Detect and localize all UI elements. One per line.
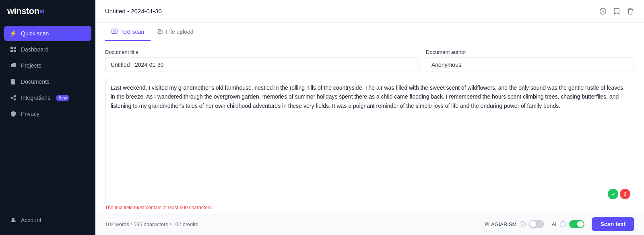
main-content: Untitled - 2024-01-30 Text scan File u [95, 0, 644, 235]
sidebar-item-label-projects: Projects [21, 62, 41, 69]
svg-rect-3 [14, 50, 16, 52]
tabs-bar: Text scan File upload [95, 23, 644, 41]
title-group: Document title [105, 49, 419, 72]
svg-point-4 [11, 97, 13, 99]
plagiarism-info-icon[interactable]: i [520, 221, 526, 227]
svg-rect-0 [10, 47, 13, 49]
projects-icon [10, 62, 17, 69]
svg-rect-1 [14, 47, 16, 49]
sidebar-item-integrations[interactable]: Integrations New [4, 90, 91, 105]
sidebar-item-label-quick-scan: Quick scan [21, 30, 49, 37]
sidebar-nav: ⚡ Quick scan Dashboard Projects Document… [0, 23, 95, 208]
author-group: Document author [426, 49, 634, 72]
svg-rect-2 [10, 50, 13, 52]
ai-label: AI [551, 221, 556, 227]
form-row: Document title Document author [105, 49, 634, 72]
topbar: Untitled - 2024-01-30 [95, 0, 644, 23]
sidebar-bottom: Account [0, 208, 95, 235]
sidebar-item-privacy[interactable]: Privacy [4, 106, 91, 122]
logo-ai: ai [40, 8, 45, 14]
privacy-icon [10, 110, 17, 118]
clock-icon[interactable] [599, 7, 607, 15]
bottom-right: PLAGIARISM i AI i Scan text [485, 217, 634, 231]
tab-text-scan[interactable]: Text scan [105, 23, 151, 41]
documents-icon [10, 78, 17, 85]
author-label: Document author [426, 49, 634, 55]
textarea-badges: 2 [608, 189, 630, 199]
sidebar-item-quick-scan[interactable]: ⚡ Quick scan [4, 26, 91, 41]
dashboard-icon [10, 46, 17, 53]
document-title-heading: Untitled - 2024-01-30 [105, 8, 162, 14]
error-message: The text field must contain at least 600… [95, 203, 644, 213]
svg-point-6 [14, 99, 16, 101]
sidebar-item-dashboard[interactable]: Dashboard [4, 42, 91, 57]
plagiarism-toggle-group: PLAGIARISM i [485, 220, 544, 228]
red-badge[interactable]: 2 [620, 189, 630, 199]
sidebar-item-account[interactable]: Account [4, 212, 91, 228]
plagiarism-label: PLAGIARISM [485, 221, 516, 227]
logo-area: winstonai [0, 0, 95, 23]
logo-text: winston [7, 6, 39, 16]
title-input[interactable] [105, 58, 419, 72]
account-icon [10, 216, 17, 224]
sidebar-item-documents[interactable]: Documents [4, 74, 91, 89]
bookmark-icon[interactable] [613, 7, 621, 15]
file-upload-tab-icon [157, 28, 163, 35]
author-input[interactable] [426, 58, 634, 72]
body-textarea[interactable]: Last weekend, I visited my grandmother's… [105, 78, 634, 203]
bottom-bar: 102 words / 595 characters / 102 credits… [95, 213, 644, 235]
trash-icon[interactable] [626, 7, 634, 15]
text-scan-tab-icon [111, 28, 118, 35]
sidebar-item-label-account: Account [21, 217, 41, 223]
content-area: Document title Document author Last week… [95, 41, 644, 203]
word-count: 102 words / 595 characters / 102 credits [105, 221, 198, 227]
body-wrap: Last weekend, I visited my grandmother's… [105, 78, 634, 203]
quick-scan-icon: ⚡ [10, 30, 17, 37]
svg-line-8 [13, 98, 14, 99]
ai-toggle[interactable] [569, 220, 584, 228]
sidebar-item-label-integrations: Integrations [21, 95, 50, 101]
green-badge[interactable] [608, 189, 618, 199]
tab-file-upload-label: File upload [166, 29, 194, 35]
scan-text-button[interactable]: Scan text [592, 217, 634, 231]
sidebar: winstonai ⚡ Quick scan Dashboard Project… [0, 0, 95, 235]
svg-point-9 [12, 218, 14, 220]
svg-point-5 [14, 95, 16, 97]
sidebar-item-label-documents: Documents [21, 78, 50, 85]
red-badge-count: 2 [624, 192, 626, 196]
tab-file-upload[interactable]: File upload [151, 23, 200, 41]
sidebar-item-projects[interactable]: Projects [4, 58, 91, 73]
tab-text-scan-label: Text scan [120, 29, 144, 35]
integrations-icon [10, 94, 17, 101]
new-badge: New [56, 95, 69, 101]
ai-toggle-group: AI i [551, 220, 584, 228]
topbar-actions [599, 7, 634, 15]
ai-info-icon[interactable]: i [560, 221, 566, 227]
svg-line-7 [13, 97, 14, 97]
sidebar-item-label-privacy: Privacy [21, 111, 39, 117]
sidebar-item-label-dashboard: Dashboard [21, 46, 49, 53]
plagiarism-toggle[interactable] [529, 220, 544, 228]
title-label: Document title [105, 49, 419, 55]
